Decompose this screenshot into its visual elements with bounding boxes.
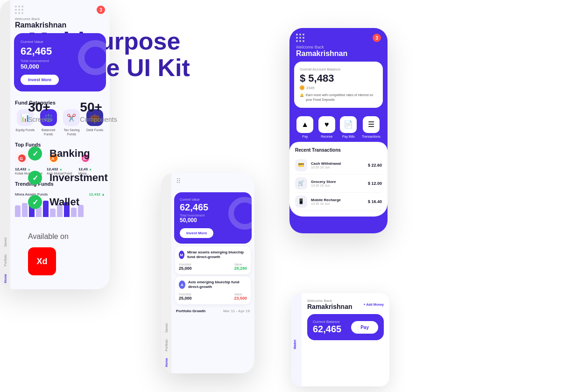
wallet-side-tab: Wallet — [291, 293, 302, 386]
check-icon-investment — [28, 171, 42, 185]
user-name: Ramakrishnan — [296, 49, 381, 58]
balance-amount: $ 5,483 — [300, 72, 377, 84]
wallet-balance-label: Current Balance — [313, 320, 341, 324]
transactions-button[interactable]: ☰ Transactions — [362, 116, 381, 138]
balance-label: Overall Account Balance — [300, 67, 377, 71]
tab-home[interactable]: Home — [165, 356, 168, 369]
screens-number: 30+ — [28, 100, 52, 115]
fund-logo-0: G — [15, 151, 29, 165]
tab-saved-right[interactable]: Saved — [4, 236, 7, 249]
txn-time-1: 10:30 16 Jun — [311, 184, 368, 187]
txn-info-2: Mobile Recharge 10:30 16 Jun — [311, 198, 368, 205]
pay-button[interactable]: ▲ Pay — [296, 116, 313, 138]
txn-icon-0: 💳 — [295, 159, 307, 171]
txn-name-1: Grocery Store — [311, 180, 368, 184]
wallet-phone-inner: Wallet Welcome Back Ramakrishnan + Add M… — [291, 293, 389, 386]
transactions-label: Transactions — [362, 135, 381, 138]
right-invest-card: Current Value 62,465 Total Inverstment 5… — [14, 33, 106, 91]
xd-badge: Xd — [28, 247, 56, 275]
txn-info-1: Grocery Store 10:30 16 Jun — [311, 180, 368, 187]
fund-avatar-0: M — [179, 251, 184, 259]
feature-label-banking: Banking — [49, 147, 90, 160]
center-phone: 3 Welcome Back Ramakrishnan Overall Acco… — [289, 28, 388, 233]
wallet-content: Welcome Back Ramakrishnan + Add Money Cu… — [302, 293, 389, 386]
tab-portfolio-right[interactable]: Portfolio — [4, 252, 7, 268]
menu-dots-icon[interactable] — [296, 34, 304, 42]
transactions-title: Recent Transactions — [295, 147, 382, 153]
fund-item-1: A Axis emerging bluechip fund direct-gro… — [175, 276, 251, 304]
pay-bills-button[interactable]: 📄 Pay Bills — [340, 116, 357, 138]
portfolio-dots-icon: ⠿ — [176, 177, 250, 185]
pay-icon: ▲ — [296, 116, 313, 133]
right-circle-decoration — [78, 40, 106, 75]
wallet-greeting: Welcome Back Ramakrishnan — [307, 299, 352, 310]
investment-side-tabs: Home Portfolio Saved — [0, 0, 10, 289]
transactions-icon: ☰ — [363, 116, 380, 133]
right-invest-button[interactable]: Invest More — [21, 75, 59, 85]
wallet-welcome-text: Welcome Back — [307, 299, 352, 303]
pay-bills-label: Pay Bills — [342, 135, 355, 138]
pay-label: Pay — [302, 135, 308, 138]
receive-label: Receive — [321, 135, 332, 138]
fund-stats-0: Invested 25,000 Value 28,290 — [179, 263, 247, 271]
card-number: 2345 — [300, 85, 377, 90]
check-icon-wallet — [28, 195, 42, 209]
right-notif-badge[interactable]: 3 — [97, 6, 105, 14]
side-tabs: Home Portfolio Saved — [161, 173, 171, 373]
wallet-phone: Wallet Welcome Back Ramakrishnan + Add M… — [291, 293, 389, 386]
add-money-button[interactable]: + Add Money — [364, 303, 384, 306]
fund-stats-1: Invested 25,000 Value 23,500 — [179, 293, 247, 301]
invest-more-button[interactable]: Invest More — [180, 228, 213, 238]
feature-label-investment: Inverstment — [49, 172, 108, 184]
center-phone-inner: 3 Welcome Back Ramakrishnan Overall Acco… — [289, 28, 388, 233]
txn-amount-0: $ 22.60 — [368, 163, 382, 168]
transactions-section: Recent Transactions 💳 Cash Withdrawal 10… — [289, 142, 388, 217]
right-welcome-text: Welcome Back — [15, 17, 105, 21]
stats-row: 30+ Screens 50+ Components — [28, 100, 205, 123]
right-phone-header: 3 — [10, 0, 110, 17]
wallet-balance-amount: 62,465 — [313, 324, 341, 335]
check-icon-banking — [28, 147, 42, 161]
portfolio-header: ⠿ — [171, 173, 254, 189]
notification-badge[interactable]: 3 — [373, 34, 381, 42]
fund-name-1: Axis emerging bluechip fund direct-growt… — [188, 280, 247, 290]
transaction-item-0: 💳 Cash Withdrawal 10:30 16 Jun $ 22.60 — [295, 156, 382, 175]
center-phone-header: 3 — [289, 28, 388, 45]
components-number: 50+ — [80, 100, 117, 115]
portfolio-content: ⠿ Current Value 62,465 Total Inverstment… — [171, 173, 254, 373]
transaction-item-1: 🛒 Grocery Store 10:30 16 Jun $ 12.00 — [295, 175, 382, 193]
fund-avatar-1: A — [179, 280, 185, 289]
phone-greeting: Welcome Back Ramakrishnan — [289, 45, 388, 62]
txn-time-2: 10:30 16 Jun — [311, 202, 368, 205]
tab-home-right[interactable]: Home — [4, 272, 7, 285]
screens-label: Screens — [28, 116, 52, 123]
txn-amount-2: $ 16.40 — [368, 199, 382, 204]
txn-name-2: Mobile Recharge — [311, 198, 368, 202]
svg-text:G: G — [20, 156, 23, 161]
receive-icon: ♥ — [318, 116, 335, 133]
wallet-header-row: Welcome Back Ramakrishnan + Add Money — [307, 299, 384, 310]
txn-icon-1: 🛒 — [295, 177, 307, 189]
feature-banking: Banking — [28, 147, 205, 161]
tab-portfolio[interactable]: Portfolio — [165, 337, 168, 353]
tab-saved[interactable]: Saved — [165, 322, 168, 335]
bar-2 — [22, 203, 28, 217]
txn-time-0: 10:30 16 Jun — [311, 166, 368, 169]
wallet-pay-button[interactable]: Pay — [351, 321, 378, 334]
wallet-header: Welcome Back Ramakrishnan + Add Money — [307, 299, 384, 310]
txn-info-0: Cash Withdrawal 10:30 16 Jun — [311, 161, 368, 169]
portfolio-phone-inner: Home Portfolio Saved ⠿ Current Value 62,… — [161, 173, 254, 373]
fund-item-0: M Mirae assets emerging bluechip fund di… — [175, 246, 251, 274]
wallet-username: Ramakrishnan — [307, 303, 352, 310]
txn-amount-1: $ 12.00 — [368, 181, 382, 186]
card-dot — [300, 85, 304, 90]
fund-name-0: Mirae assets emerging bluechip fund dire… — [187, 250, 247, 260]
stat-screens: 30+ Screens — [28, 100, 52, 123]
components-label: Components — [80, 116, 117, 123]
receive-button[interactable]: ♥ Receive — [318, 116, 335, 138]
pay-bills-icon: 📄 — [340, 116, 357, 133]
bar-1 — [15, 205, 21, 217]
transaction-item-2: 📱 Mobile Recharge 10:30 16 Jun $ 16.40 — [295, 193, 382, 211]
txn-icon-2: 📱 — [295, 196, 307, 208]
right-menu-icon[interactable] — [15, 6, 23, 14]
